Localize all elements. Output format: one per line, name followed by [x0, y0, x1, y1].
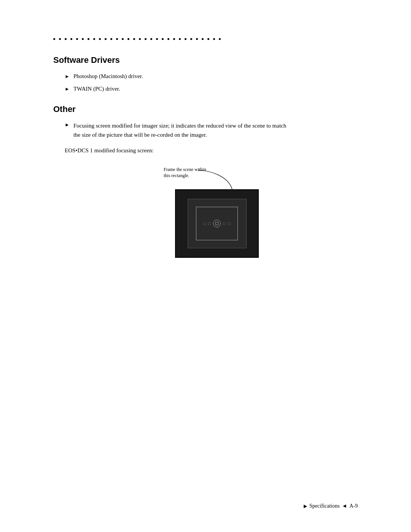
dot — [133, 38, 135, 40]
dot — [76, 38, 78, 40]
page: Software Drivers ► Photoshop (Macintosh)… — [0, 0, 411, 532]
symbol-left-1: □ — [204, 221, 206, 226]
dot — [150, 38, 152, 40]
dot — [213, 38, 215, 40]
footer-page-number: A-9 — [349, 503, 358, 509]
bullet-arrow-icon: ► — [65, 73, 70, 80]
dot — [207, 38, 209, 40]
list-item-text: Photoshop (Macintosh) driver. — [73, 72, 143, 81]
software-drivers-title: Software Drivers — [53, 55, 358, 65]
eos-line: EOS•DCS 1 modified focusing screen: — [65, 146, 358, 155]
dots-divider — [53, 38, 358, 40]
dot — [65, 38, 67, 40]
symbol-right-1: □ — [223, 221, 226, 226]
dot — [162, 38, 164, 40]
dot — [116, 38, 118, 40]
other-bullet-block: ► Focusing screen modified for imager si… — [65, 121, 358, 139]
other-bullet-text: Focusing screen modified for imager size… — [73, 121, 287, 139]
symbol-left-2: □ — [208, 221, 211, 226]
dot — [122, 38, 124, 40]
dot — [145, 38, 147, 40]
dot — [202, 38, 204, 40]
list-item: ► Photoshop (Macintosh) driver. — [65, 72, 358, 81]
dot — [179, 38, 181, 40]
bullet-arrow-icon: ► — [65, 85, 70, 93]
dot — [82, 38, 84, 40]
dot — [139, 38, 141, 40]
software-drivers-list: ► Photoshop (Macintosh) driver. ► TWAIN … — [65, 72, 358, 93]
dot — [88, 38, 89, 40]
viewfinder-diagram: Frame the scene within this rectangle. □ — [76, 166, 358, 258]
footer-separator: ◄ — [342, 503, 347, 509]
viewfinder-rect: □ □ □ □ — [196, 207, 238, 240]
list-item: ► TWAIN (PC) driver. — [65, 85, 358, 93]
center-circle — [213, 220, 221, 227]
dot — [59, 38, 61, 40]
dot — [127, 38, 129, 40]
list-item-text: TWAIN (PC) driver. — [73, 85, 120, 93]
annotation-area: Frame the scene within this rectangle. — [156, 166, 278, 189]
footer-arrow-icon: ▶ — [304, 503, 307, 509]
dot — [173, 38, 175, 40]
viewfinder-symbols: □ □ □ □ — [204, 220, 231, 227]
dot — [93, 38, 95, 40]
symbol-right-2: □ — [228, 221, 231, 226]
center-square — [215, 222, 218, 225]
dot — [110, 38, 112, 40]
dot — [185, 38, 186, 40]
page-footer: ▶ Specifications ◄ A-9 — [304, 503, 358, 509]
dot — [196, 38, 198, 40]
bullet-arrow-icon: ► — [65, 122, 70, 128]
viewfinder-outer: □ □ □ □ — [175, 189, 259, 258]
dot — [99, 38, 101, 40]
dot — [156, 38, 158, 40]
other-section: Other ► Focusing screen modified for ima… — [53, 104, 358, 258]
software-drivers-section: Software Drivers ► Photoshop (Macintosh)… — [53, 55, 358, 93]
dot — [105, 38, 107, 40]
other-title: Other — [53, 104, 358, 114]
footer-specifications-text: Specifications — [309, 503, 339, 509]
dot — [219, 38, 221, 40]
dot — [53, 38, 55, 40]
dot — [167, 38, 169, 40]
viewfinder-inner: □ □ □ □ — [188, 199, 247, 248]
dot — [70, 38, 72, 40]
dot — [190, 38, 192, 40]
